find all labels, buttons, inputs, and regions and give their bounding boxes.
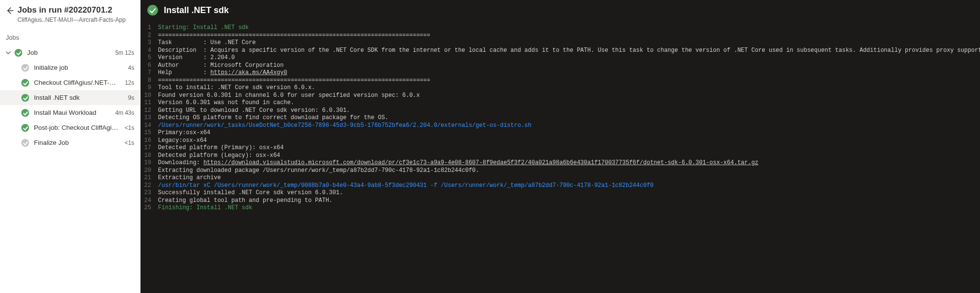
line-text: Successfully installed .NET Core sdk ver…: [158, 189, 973, 197]
line-text: Help : https://aka.ms/AA4xgy0: [158, 69, 973, 77]
line-text: Creating global tool path and pre-pendin…: [158, 197, 973, 205]
job-row[interactable]: Job 5m 12s: [0, 45, 140, 60]
line-number: 22: [141, 182, 158, 190]
log-line: 2=======================================…: [141, 32, 980, 40]
line-text: Detected platform (Legacy): osx-x64: [158, 152, 973, 160]
line-number: 16: [141, 137, 158, 145]
step-duration: 4m 43s: [115, 109, 134, 116]
line-number: 8: [141, 77, 158, 85]
log-line: 3Task : Use .NET Core: [141, 39, 980, 47]
success-icon: [15, 49, 22, 57]
run-header: Jobs in run #20220701.2 CliffAgius..NET-…: [0, 0, 140, 29]
chevron-down-icon: [5, 49, 12, 56]
log-line: 12Getting URL to download .NET Core sdk …: [141, 107, 980, 115]
log-line: 13Detecting OS platform to find correct …: [141, 114, 980, 122]
log-line: 15Primary:osx-x64: [141, 129, 980, 137]
line-text: Detected platform (Primary): osx-x64: [158, 144, 973, 152]
line-text: Task : Use .NET Core: [158, 39, 973, 47]
log-line: 6Author : Microsoft Corporation: [141, 62, 980, 70]
job-duration: 5m 12s: [115, 49, 134, 56]
log-link[interactable]: https://download.visualstudio.microsoft.…: [204, 159, 759, 166]
log-line: 10Found version 6.0.301 in channel 6.0 f…: [141, 92, 980, 100]
step-name: Post-job: Checkout CliffAgius/.N...: [34, 124, 121, 131]
log-line: 18Detected platform (Legacy): osx-x64: [141, 152, 980, 160]
success-icon: [21, 94, 29, 102]
jobs-sidebar: Jobs in run #20220701.2 CliffAgius..NET-…: [0, 0, 141, 293]
line-text: Primary:osx-x64: [158, 129, 973, 137]
line-number: 25: [141, 204, 158, 212]
line-text: Extracting archive: [158, 174, 973, 182]
log-panel: Install .NET sdk 1Starting: Install .NET…: [141, 0, 980, 293]
step-duration: 4s: [128, 64, 134, 71]
step-duration: 12s: [125, 79, 134, 86]
log-line: 22/usr/bin/tar xC /Users/runner/work/_te…: [141, 182, 980, 190]
step-duration: 9s: [128, 94, 134, 101]
line-number: 18: [141, 152, 158, 160]
log-title: Install .NET sdk: [164, 5, 229, 15]
line-text: Version 6.0.301 was not found in cache.: [158, 99, 973, 107]
line-number: 19: [141, 159, 158, 167]
line-text: Getting URL to download .NET Core sdk ve…: [158, 107, 973, 115]
step-duration: <1s: [125, 124, 134, 131]
log-line: 23Successfully installed .NET Core sdk v…: [141, 189, 980, 197]
line-number: 13: [141, 114, 158, 122]
log-line: 1Starting: Install .NET sdk: [141, 24, 980, 32]
line-text: Author : Microsoft Corporation: [158, 62, 973, 70]
log-line: 7Help : https://aka.ms/AA4xgy0: [141, 69, 980, 77]
skipped-icon: [21, 64, 29, 72]
log-link[interactable]: https://aka.ms/AA4xgy0: [210, 69, 287, 76]
line-text: Description : Acquires a specific versio…: [158, 47, 973, 55]
run-subtitle: CliffAgius..NET-MAUI---Aircraft-Facts-Ap…: [17, 16, 126, 23]
log-line: 25Finishing: Install .NET sdk: [141, 204, 980, 212]
line-number: 10: [141, 92, 158, 100]
line-text: Downloading: https://download.visualstud…: [158, 159, 973, 167]
line-number: 11: [141, 99, 158, 107]
step-row[interactable]: Install .NET sdk9s: [0, 90, 140, 105]
run-title: Jobs in run #20220701.2: [17, 5, 126, 15]
step-duration: <1s: [125, 139, 134, 146]
log-line: 9Tool to install: .NET Core sdk version …: [141, 84, 980, 92]
log-header: Install .NET sdk: [141, 0, 980, 24]
line-text: Legacy:osx-x64: [158, 137, 973, 145]
log-line: 5Version : 2.204.0: [141, 54, 980, 62]
line-number: 14: [141, 122, 158, 130]
line-text: /usr/bin/tar xC /Users/runner/work/_temp…: [158, 182, 973, 190]
success-icon: [21, 109, 29, 117]
line-text: Finishing: Install .NET sdk: [158, 204, 973, 212]
line-number: 20: [141, 167, 158, 175]
log-body[interactable]: 1Starting: Install .NET sdk2============…: [141, 24, 980, 293]
log-line: 8=======================================…: [141, 77, 980, 85]
line-number: 21: [141, 174, 158, 182]
back-arrow-icon[interactable]: [6, 7, 14, 15]
line-number: 23: [141, 189, 158, 197]
step-row[interactable]: Checkout CliffAgius/.NET-MAUI-...12s: [0, 75, 140, 90]
log-line: 19Downloading: https://download.visualst…: [141, 159, 980, 167]
step-name: Initialize job: [34, 64, 124, 71]
line-number: 4: [141, 47, 158, 55]
line-number: 7: [141, 69, 158, 77]
line-text: /Users/runner/work/_tasks/UseDotNet_b0ce…: [158, 122, 973, 130]
log-line: 20Extracting downloaded package /Users/r…: [141, 167, 980, 175]
step-name: Checkout CliffAgius/.NET-MAUI-...: [34, 79, 121, 86]
step-row[interactable]: Install Maui Workload4m 43s: [0, 105, 140, 120]
line-number: 5: [141, 54, 158, 62]
job-name: Job: [27, 49, 111, 56]
line-number: 2: [141, 32, 158, 40]
line-text: Starting: Install .NET sdk: [158, 24, 973, 32]
line-number: 6: [141, 62, 158, 70]
line-text: Found version 6.0.301 in channel 6.0 for…: [158, 92, 973, 100]
log-line: 21Extracting archive: [141, 174, 980, 182]
step-name: Install Maui Workload: [34, 109, 111, 116]
skipped-icon: [21, 139, 29, 147]
line-number: 12: [141, 107, 158, 115]
step-row[interactable]: Initialize job4s: [0, 60, 140, 75]
line-number: 17: [141, 144, 158, 152]
step-name: Install .NET sdk: [34, 94, 124, 101]
step-row[interactable]: Finalize Job<1s: [0, 135, 140, 150]
log-line: 16Legacy:osx-x64: [141, 137, 980, 145]
step-name: Finalize Job: [34, 139, 121, 146]
line-text: Detecting OS platform to find correct do…: [158, 114, 973, 122]
success-icon: [21, 124, 29, 132]
step-row[interactable]: Post-job: Checkout CliffAgius/.N...<1s: [0, 120, 140, 135]
success-icon: [21, 79, 29, 87]
